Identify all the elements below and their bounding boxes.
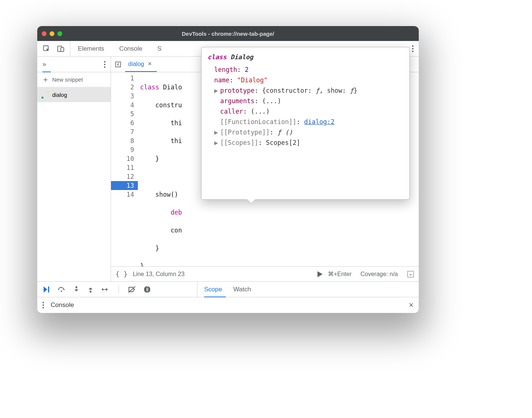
svg-point-6 — [61, 290, 62, 292]
tab-elements[interactable]: Elements — [70, 41, 112, 56]
pause-on-exceptions-icon[interactable] — [143, 286, 151, 293]
console-kebab-icon[interactable] — [42, 302, 44, 308]
step-icon[interactable] — [101, 286, 110, 293]
popover-row-prototype[interactable]: ▶prototype: {constructor: ƒ, show: ƒ} — [214, 85, 403, 96]
svg-rect-2 — [61, 47, 64, 51]
tab-sources[interactable]: S — [150, 41, 169, 56]
popover-row-scopes[interactable]: ▶[[Scopes]]: Scopes[2] — [214, 137, 403, 148]
new-snippet-label: New snippet — [52, 76, 83, 83]
nav-back-icon[interactable] — [111, 61, 125, 68]
coverage-toggle-icon[interactable] — [407, 270, 414, 278]
sidebar-kebab-icon[interactable] — [104, 61, 105, 68]
tab-sources-label: S — [157, 45, 161, 53]
sidebar-overflow-icon[interactable]: » — [42, 60, 46, 68]
popover-class-name: Dialog — [230, 53, 253, 61]
svg-rect-5 — [48, 286, 49, 292]
snippet-item-dialog[interactable]: dialog — [37, 87, 111, 102]
svg-point-8 — [90, 291, 92, 292]
function-location-link[interactable]: dialog:2 — [304, 118, 335, 126]
svg-point-7 — [76, 286, 77, 288]
step-into-icon[interactable] — [73, 286, 80, 293]
kebab-menu-icon[interactable] — [412, 45, 414, 52]
pretty-print-button[interactable]: { } — [115, 270, 128, 278]
inspect-element-icon[interactable] — [42, 45, 51, 53]
popover-row-internal-prototype[interactable]: ▶[[Prototype]]: ƒ () — [214, 127, 403, 137]
coverage-label: Coverage: n/a — [360, 271, 398, 278]
close-tab-icon[interactable]: × — [148, 60, 152, 68]
editor-tab-label: dialog — [128, 61, 144, 67]
run-shortcut-label: ⌘+Enter — [328, 270, 352, 278]
run-snippet-icon[interactable] — [317, 271, 323, 277]
devtools-window: DevTools - chrome://new-tab-page/ Elemen… — [37, 26, 419, 313]
tab-console-label: Console — [119, 45, 142, 53]
expand-icon[interactable]: ▶ — [214, 127, 218, 137]
debugger-controls — [37, 282, 197, 297]
snippet-file-icon — [42, 91, 48, 98]
debugger-toolbar-row: Scope Watch — [37, 282, 419, 297]
svg-rect-11 — [148, 288, 148, 291]
deactivate-breakpoints-icon[interactable] — [128, 286, 136, 293]
snippets-sidebar: » ＋ New snippet dialog — [37, 57, 111, 281]
minimize-window-button[interactable] — [50, 31, 54, 36]
resume-icon[interactable] — [42, 286, 50, 293]
tab-scope[interactable]: Scope — [204, 286, 222, 293]
svg-point-9 — [102, 288, 104, 290]
expand-icon[interactable]: ▶ — [214, 137, 218, 148]
editor-tab-dialog[interactable]: dialog × — [125, 57, 157, 72]
object-preview-popover: class Dialog length: 2 name: "Dialog" ▶p… — [201, 47, 410, 200]
debugger-keyword: deb — [171, 209, 182, 216]
popover-class-keyword: class — [208, 53, 227, 61]
expand-icon[interactable]: ▶ — [214, 85, 218, 96]
window-title: DevTools - chrome://new-tab-page/ — [37, 31, 419, 37]
device-toolbar-icon[interactable] — [57, 45, 65, 53]
tab-elements-label: Elements — [78, 45, 104, 53]
svg-rect-3 — [115, 62, 120, 67]
tab-console[interactable]: Console — [112, 41, 150, 56]
plus-icon: ＋ — [42, 75, 49, 85]
editor-status-bar: { } Line 13, Column 23 ⌘+Enter Coverage:… — [111, 266, 419, 281]
debugger-side-tabs: Scope Watch — [197, 282, 419, 297]
tab-watch[interactable]: Watch — [233, 286, 251, 293]
toolbar-separator — [118, 285, 119, 294]
snippet-item-label: dialog — [52, 92, 67, 98]
step-over-icon[interactable] — [57, 286, 66, 293]
new-snippet-button[interactable]: ＋ New snippet — [37, 72, 111, 87]
step-out-icon[interactable] — [87, 286, 94, 293]
zoom-window-button[interactable] — [57, 31, 62, 36]
traffic-lights — [42, 31, 62, 36]
svg-rect-10 — [146, 288, 147, 291]
sidebar-tabs: » — [37, 57, 111, 72]
close-window-button[interactable] — [42, 31, 47, 36]
titlebar: DevTools - chrome://new-tab-page/ — [37, 26, 419, 41]
console-drawer: Console × — [37, 297, 419, 313]
cursor-position: Line 13, Column 23 — [133, 271, 185, 278]
close-drawer-icon[interactable]: × — [409, 300, 414, 310]
line-gutter: 1234567891011121314 — [111, 72, 138, 266]
console-drawer-label[interactable]: Console — [51, 301, 74, 309]
